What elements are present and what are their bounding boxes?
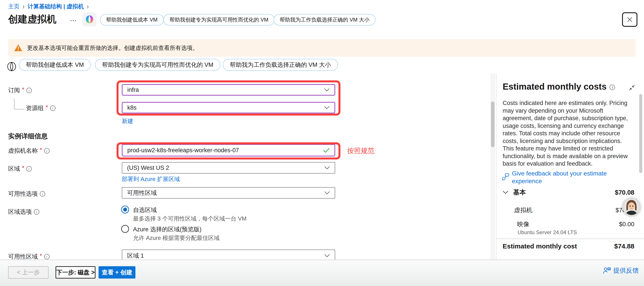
cost-item-name: 虚拟机 — [514, 206, 532, 214]
zone-option-azure-select-desc: 允许 Azure 根据需要分配最佳区域 — [133, 234, 220, 242]
chevron-right-icon: › — [22, 2, 24, 11]
zone-option-self-select-desc: 最多选择 3 个可用性区域，每个区域一台 VM — [133, 215, 246, 222]
create-new-resource-group-link[interactable]: 新建 — [122, 117, 133, 125]
copilot-icon — [85, 15, 94, 24]
chevron-down-icon — [324, 88, 330, 92]
availability-options-label-text: 可用性选项 — [8, 190, 38, 198]
cost-panel-title-row: Estimated monthly costs i — [503, 82, 615, 92]
cost-group-name: 基本 — [513, 188, 526, 197]
provide-feedback-label: 提供反馈 — [613, 266, 639, 275]
region-dropdown[interactable]: (US) West US 2 — [122, 162, 335, 174]
required-asterisk: * — [22, 165, 24, 172]
info-icon[interactable]: i — [34, 209, 39, 215]
resource-group-value: k8s — [127, 104, 324, 111]
suggestion-right-vm-size-button[interactable]: 帮助我为工作负载选择正确的 VM 大小 — [274, 14, 376, 26]
copilot-outline-button[interactable] — [6, 62, 17, 73]
chevron-down-icon — [324, 191, 330, 195]
zone-option-self-select-radio[interactable] — [121, 206, 129, 213]
cost-panel-title: Estimated monthly costs — [503, 82, 606, 92]
copilot-button[interactable] — [82, 12, 96, 26]
subscription-dropdown[interactable]: infra — [122, 84, 335, 96]
info-icon[interactable]: i — [26, 88, 32, 93]
warning-banner: 更改基本选项可能会重置所做的选择。创建虚拟机前查看所有选项。 — [8, 39, 636, 57]
info-icon[interactable]: i — [26, 166, 32, 172]
availability-options-value: 可用性区域 — [127, 189, 324, 197]
more-menu-button[interactable]: ⋯ — [70, 16, 78, 25]
breadcrumb-home-link[interactable]: 主页 — [8, 3, 20, 10]
chevron-down-icon — [324, 254, 330, 257]
copilot-outline-icon — [6, 62, 17, 72]
resource-group-dropdown[interactable]: k8s — [122, 102, 335, 113]
review-create-button[interactable]: 查看 + 创建 — [98, 266, 136, 278]
zone-options-label-text: 区域选项 — [8, 208, 32, 216]
panel-divider — [496, 73, 496, 260]
zone-option-self-select-label[interactable]: 自选区域 — [133, 206, 157, 214]
breadcrumb-section-link[interactable]: 计算基础结构 | 虚拟机 — [28, 3, 84, 10]
info-icon[interactable]: i — [44, 148, 50, 154]
cost-item-subtext: Ubuntu Server 24.04 LTS — [518, 229, 577, 235]
deploy-extended-zones-link[interactable]: 部署到 Azure 扩展区域 — [122, 175, 180, 183]
subscription-value: infra — [127, 87, 324, 93]
next-disks-button[interactable]: 下一步: 磁盘 > — [56, 266, 96, 278]
footer-bar: < 上一步 下一步: 磁盘 > 查看 + 创建 提供反馈 — [0, 260, 644, 286]
warning-text: 更改基本选项可能会重置所做的选择。创建虚拟机前查看所有选项。 — [27, 44, 198, 52]
info-icon[interactable]: i — [50, 105, 56, 111]
estimate-feedback-link[interactable]: Give feedback about your estimate experi… — [512, 170, 635, 185]
vm-name-label: 虚拟机名称 * i — [8, 147, 50, 155]
zone-options-label: 区域选项 i — [8, 208, 39, 216]
panel-scrollbar-thumb[interactable] — [639, 94, 642, 173]
suggestion-right-vm-size-button-2[interactable]: 帮助我为工作负载选择正确的 VM 大小 — [223, 59, 338, 71]
region-label: 区域 * i — [8, 165, 32, 173]
vm-name-input[interactable]: prod-usw2-k8s-freeleaps-worker-nodes-07 — [122, 144, 335, 156]
vm-name-value: prod-usw2-k8s-freeleaps-worker-nodes-07 — [127, 147, 323, 154]
warning-icon — [14, 44, 22, 52]
required-asterisk: * — [22, 86, 24, 93]
provide-feedback-link-row[interactable]: 提供反馈 — [603, 266, 639, 275]
valid-check-icon — [323, 148, 330, 153]
availability-options-label: 可用性选项 i — [8, 190, 45, 198]
chevron-down-icon — [324, 166, 330, 170]
cost-total-amount: $74.88 — [614, 242, 634, 250]
region-label-text: 区域 — [8, 165, 20, 173]
tree-connector-horizontal — [14, 109, 24, 109]
cost-total-divider — [496, 238, 644, 239]
availability-zones-value: 区域 1 — [127, 252, 324, 260]
suggestion-high-availability-vm-button[interactable]: 帮助我创建专为实现高可用性而优化的 VM — [163, 14, 274, 26]
availability-zones-label-text: 可用性区域 — [8, 253, 38, 260]
collapse-icon — [628, 84, 636, 91]
subscription-label: 订阅 * i — [8, 86, 32, 94]
collapse-panel-button[interactable] — [628, 84, 636, 92]
required-asterisk: * — [40, 147, 42, 154]
estimate-feedback-link-row: Give feedback about your estimate experi… — [502, 170, 635, 185]
close-button[interactable] — [622, 12, 638, 27]
zone-option-azure-select-label[interactable]: Azure 选择的区域(预览版) — [133, 225, 202, 233]
info-icon[interactable]: i — [610, 85, 615, 90]
avatar-image — [622, 197, 641, 216]
page-title: 创建虚拟机 — [8, 13, 56, 26]
chevron-down-icon — [503, 191, 508, 194]
cost-group-row[interactable]: 基本 $70.08 — [503, 188, 634, 197]
info-icon[interactable]: i — [40, 191, 45, 197]
availability-options-dropdown[interactable]: 可用性区域 — [122, 187, 335, 199]
suggestion-low-cost-vm-button[interactable]: 帮助我创建低成本 VM — [100, 14, 164, 26]
required-asterisk: * — [40, 253, 42, 259]
cost-group-amount: $70.08 — [615, 189, 634, 196]
zone-option-azure-select-radio[interactable] — [121, 225, 129, 233]
main-scrollbar-thumb[interactable] — [491, 102, 494, 147]
subscription-label-text: 订阅 — [8, 86, 20, 94]
vm-name-label-text: 虚拟机名称 — [8, 147, 38, 155]
info-icon[interactable]: i — [44, 254, 50, 259]
cost-total-row: Estimated monthly cost $74.88 — [503, 242, 634, 250]
radio-dot — [123, 208, 127, 211]
previous-button[interactable]: < 上一步 — [8, 266, 48, 278]
required-asterisk: * — [46, 104, 48, 111]
suggestion-low-cost-vm-button-2[interactable]: 帮助我创建低成本 VM — [19, 59, 91, 71]
suggestion-high-availability-vm-button-2[interactable]: 帮助我创建专为实现高可用性而优化的 VM — [95, 59, 220, 71]
breadcrumb: 主页 › 计算基础结构 | 虚拟机 › — [8, 3, 89, 10]
cost-item-row: 映像 $0.00 — [517, 220, 634, 228]
availability-zones-label: 可用性区域 * i — [8, 253, 50, 260]
assistant-avatar[interactable] — [622, 197, 641, 216]
cost-item-row: 虚拟机 $70.08 — [514, 206, 634, 214]
cost-item-amount: $0.00 — [619, 221, 634, 228]
close-icon — [626, 16, 633, 23]
